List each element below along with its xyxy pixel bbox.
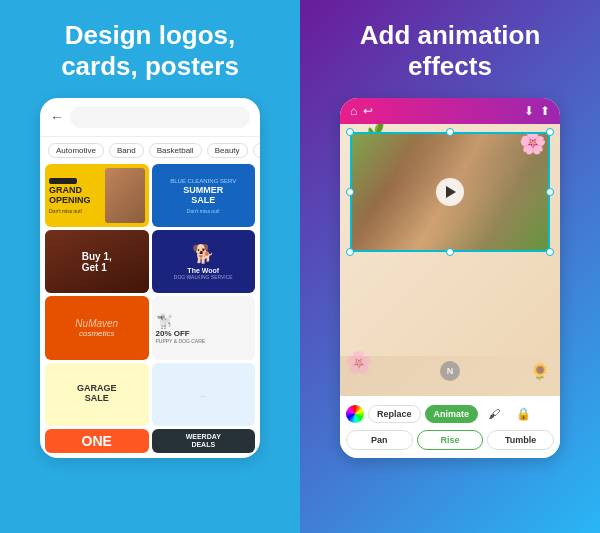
phone-top-bar: ← <box>40 98 260 137</box>
search-bar <box>70 106 250 128</box>
bottom-toolbar: Replace Animate 🖌 🔒 Pan Rise Tumble <box>340 396 560 458</box>
grand-opening-text: GRANDOPENING <box>49 186 102 206</box>
garage-sale-text: GARAGESALE <box>77 384 117 404</box>
template-grid: GRANDOPENING Don't miss out! BLUE CLEANI… <box>40 164 260 458</box>
undo-icon[interactable]: ↩ <box>363 104 373 118</box>
summer-sub: Don't miss out! <box>170 208 236 214</box>
template-grand-opening[interactable]: GRANDOPENING Don't miss out! <box>45 164 149 227</box>
chip-beauty[interactable]: Beauty <box>207 143 248 158</box>
dog-icon: 🐩 <box>156 313 206 329</box>
paint-icon[interactable]: 🖌 <box>482 404 506 424</box>
numaven-sub: cosmetics <box>75 329 118 338</box>
rise-button[interactable]: Rise <box>417 430 484 450</box>
canvas-area: 🌿 🌸 <box>340 124 560 396</box>
phone-nav-icons: ⌂ ↩ <box>350 104 373 118</box>
buy-one-text: Buy 1,Get 1 <box>78 247 116 277</box>
lock-icon[interactable]: 🔒 <box>510 404 537 424</box>
one-text: ONE <box>82 433 112 449</box>
grand-sub: Don't miss out! <box>49 208 102 214</box>
summer-sale-text: SUMMERSALE <box>170 185 236 207</box>
off-sub: PUPPY & DOG CARE <box>156 338 206 344</box>
phone-action-icons: ⬇ ⬆ <box>524 104 550 118</box>
right-phone-mockup: ⌂ ↩ ⬇ ⬆ 🌿 <box>340 98 560 458</box>
chip-band[interactable]: Band <box>109 143 144 158</box>
numaven-title: NuMaven <box>75 318 118 329</box>
category-chips: Automotive Band Basketball Beauty Cafe <box>40 137 260 164</box>
template-20off[interactable]: 🐩 20% OFF PUPPY & DOG CARE <box>152 296 256 359</box>
woof-dog-icon: 🐕 <box>174 243 233 265</box>
partial-text: … <box>200 391 207 398</box>
home-icon[interactable]: ⌂ <box>350 104 357 118</box>
tool-row: Replace Animate 🖌 🔒 <box>346 404 554 424</box>
template-partial-8[interactable]: … <box>152 363 256 426</box>
food-photo[interactable]: 🌸 <box>350 132 550 252</box>
replace-button[interactable]: Replace <box>368 405 421 423</box>
chip-basketball[interactable]: Basketball <box>149 143 202 158</box>
pan-button[interactable]: Pan <box>346 430 413 450</box>
chip-automotive[interactable]: Automotive <box>48 143 104 158</box>
template-buy-one[interactable]: Buy 1,Get 1 <box>45 230 149 293</box>
left-phone-mockup: ← Automotive Band Basketball Beauty Cafe… <box>40 98 260 458</box>
right-title: Add animationeffects <box>360 20 541 82</box>
flower-icon-top: 🌸 <box>519 132 546 156</box>
weerday-text: WEERDAYDEALS <box>186 433 221 450</box>
woof-subtitle: DOG WALKING SERVICE <box>174 274 233 280</box>
right-panel: Add animationeffects ⌂ ↩ ⬇ ⬆ 🌿 <box>300 0 600 533</box>
off-title: 20% OFF <box>156 329 206 338</box>
woof-title: The Woof <box>174 267 233 274</box>
template-the-woof[interactable]: 🐕 The Woof DOG WALKING SERVICE <box>152 230 256 293</box>
template-one[interactable]: ONE <box>45 429 149 454</box>
template-weerday[interactable]: WEERDAYDEALS <box>152 429 256 454</box>
template-garage-sale[interactable]: GARAGESALE <box>45 363 149 426</box>
chip-cafe[interactable]: Cafe <box>253 143 260 158</box>
animation-row: Pan Rise Tumble <box>346 430 554 450</box>
play-button[interactable] <box>436 178 464 206</box>
download-icon[interactable]: ⬇ <box>524 104 534 118</box>
phone-top-right-bar: ⌂ ↩ ⬇ ⬆ <box>340 98 560 124</box>
color-wheel[interactable] <box>346 405 364 423</box>
template-numaven[interactable]: NuMaven cosmetics <box>45 296 149 359</box>
left-title: Design logos,cards, posters <box>61 20 239 82</box>
animate-button[interactable]: Animate <box>425 405 479 423</box>
template-summer-sale[interactable]: BLUE CLEANING SERV SUMMERSALE Don't miss… <box>152 164 256 227</box>
tumble-button[interactable]: Tumble <box>487 430 554 450</box>
back-arrow-icon[interactable]: ← <box>50 109 64 125</box>
summer-pre: BLUE CLEANING SERV <box>170 178 236 184</box>
share-icon[interactable]: ⬆ <box>540 104 550 118</box>
left-panel: Design logos,cards, posters ← Automotive… <box>0 0 300 533</box>
